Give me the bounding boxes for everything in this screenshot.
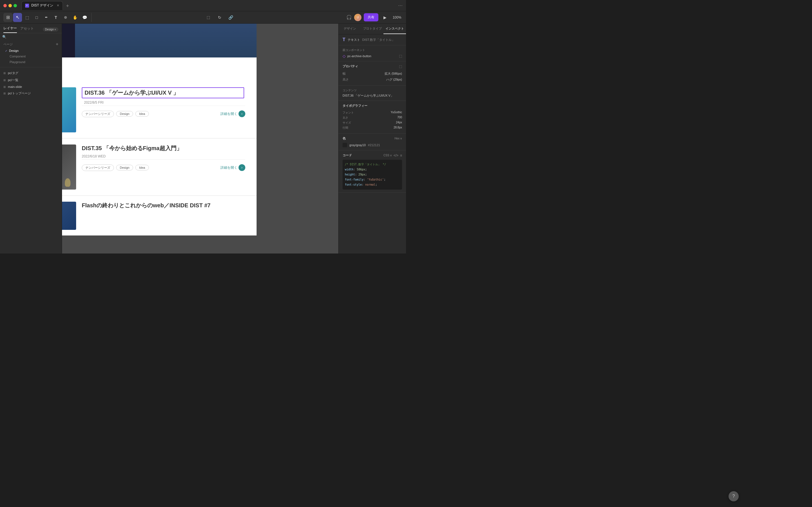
pen-tool[interactable]: ✒ <box>42 13 51 22</box>
component-settings-icon[interactable]: ⬚ <box>399 54 402 58</box>
color-label: 色 <box>343 136 346 140</box>
code-list-icon[interactable]: ≡ <box>400 154 402 158</box>
zoom-level[interactable]: 100% <box>391 15 403 19</box>
search-row: 🔍 <box>0 33 62 41</box>
add-page-icon[interactable]: + <box>56 42 58 47</box>
tool-group-center: ⬚ ↻ 🔗 <box>93 13 346 22</box>
menu-tool[interactable]: ⊞ <box>3 13 12 22</box>
select-frame-icon: ⬚ <box>207 15 210 19</box>
grid-icon-main-slide: ⊞ <box>3 86 6 89</box>
detail-button-1[interactable]: 詳細を開く › <box>220 110 245 117</box>
more-options-icon[interactable]: ⋯ <box>398 3 403 8</box>
detail-label-1: 詳細を開く <box>220 112 238 116</box>
content-text: DIST.36 「ゲームから学ぶUI/UX V」 <box>343 94 394 97</box>
tag-number-series-2[interactable]: ナンバーシリーズ <box>82 165 114 171</box>
text-tool[interactable]: T <box>51 13 60 22</box>
hand-icon: ✋ <box>73 15 78 20</box>
text-type-name: DIST.数字「タイトル」 <box>362 38 395 42</box>
shapes-icon: □ <box>36 15 38 20</box>
tab-layers[interactable]: レイヤー <box>3 26 17 33</box>
hand-tool[interactable]: ✋ <box>70 13 80 22</box>
layer-item-main-slide[interactable]: ⊞ main-slide <box>0 83 62 90</box>
tag-design-1[interactable]: Design <box>116 111 133 117</box>
select-frame-tool[interactable]: ⬚ <box>204 13 213 22</box>
typography-label: タイポグラフィー <box>343 104 402 108</box>
rotate-tool[interactable]: ↻ <box>215 13 224 22</box>
article-date-dist36: 2022/8/5 FRI <box>82 100 245 106</box>
headphone-icon[interactable]: 🎧 <box>346 15 352 20</box>
tag-design-2[interactable]: Design <box>116 165 133 170</box>
article-card-dist35[interactable]: 超入門 DIST.35 「今から始めるFigma超入門」 2022/6/18 W… <box>62 139 257 195</box>
layer-list: ⊞ pc/タグ ⊞ pc/一覧 ⊞ main-slide ⊞ pc/トップページ <box>0 68 62 253</box>
layer-pc-top-label: pc/トップページ <box>8 91 31 96</box>
active-tab[interactable]: F DIST デザイン ✕ <box>21 1 63 10</box>
canvas-area[interactable]: 流を目的とした勉強会を定期的に開催しています。 した勉強会 DIST.36 学ぶ… <box>62 24 338 253</box>
shapes-tool[interactable]: □ <box>32 13 41 22</box>
tag-idea-1[interactable]: Idea <box>135 111 149 117</box>
text-type-label: テキスト <box>348 38 360 42</box>
code-line-font-family: font-family: 'YuGothic'; <box>345 177 400 182</box>
detail-button-2[interactable]: 詳細を開く › <box>220 164 245 171</box>
article-body-dist35: DIST.35 「今から始めるFigma超入門」 2022/6/18 WED ナ… <box>82 145 245 171</box>
size-value: 24px <box>396 121 402 125</box>
tab-close-icon[interactable]: ✕ <box>57 4 59 7</box>
layer-item-pc-tag[interactable]: ⊞ pc/タグ <box>0 69 62 76</box>
article-date-dist35: 2022/6/18 WED <box>82 153 245 160</box>
color-format-selector[interactable]: Hex ∨ <box>395 137 402 140</box>
share-button[interactable]: 共有 <box>364 13 378 21</box>
detail-arrow-2: › <box>239 164 245 171</box>
article-card-flash[interactable]: Flashの終わりとこれからのweb／INSIDE DIST #7 <box>62 196 257 235</box>
move-tool[interactable]: ↖ <box>13 13 22 22</box>
article-card-dist36[interactable]: DIST.36 学ぶUI/UX V DIST.36 「ゲームから学ぶUI/UX … <box>62 82 257 138</box>
grid-icon-pc-top: ⊞ <box>3 92 6 95</box>
tool-group-right: 🎧 U 共有 ▶ 100% <box>346 13 403 22</box>
link-tool[interactable]: 🔗 <box>226 13 236 22</box>
design-badge[interactable]: Design ∨ <box>43 27 58 32</box>
pen-icon: ✒ <box>45 15 48 19</box>
new-tab-button[interactable]: + <box>63 2 71 10</box>
article-thumb-dist35: 超入門 <box>62 145 76 189</box>
layer-item-pc-list[interactable]: ⊞ pc/一覧 <box>0 76 62 83</box>
play-button[interactable]: ▶ <box>380 13 389 22</box>
color-swatch <box>343 143 347 147</box>
code-copy-icon[interactable]: </> <box>394 154 398 158</box>
right-tab-inspect[interactable]: インスペクト <box>384 24 406 34</box>
code-format-selector[interactable]: CSS ∨ <box>384 154 392 157</box>
tab-favicon: F <box>25 4 29 8</box>
parent-component-name[interactable]: pc-archive-button <box>347 54 397 58</box>
right-tab-prototype[interactable]: プロトタイプ <box>361 24 384 34</box>
code-line-height: height: 29px; <box>345 172 400 177</box>
pages-label: ページ <box>3 42 13 47</box>
tab-assets[interactable]: アセット <box>20 26 34 33</box>
tag-number-series-1[interactable]: ナンバーシリーズ <box>82 111 114 117</box>
comment-tool[interactable]: 💬 <box>80 13 89 22</box>
search-icon: 🔍 <box>2 35 6 39</box>
copy-properties-icon[interactable]: ⬚ <box>399 64 402 68</box>
article-tags-dist35: ナンバーシリーズ Design Idea 詳細を開く › <box>82 164 245 171</box>
layer-item-pc-top[interactable]: ⊞ pc/トップページ <box>0 90 62 97</box>
maximize-button[interactable] <box>13 4 17 7</box>
window-chrome: F DIST デザイン ✕ + ⋯ <box>0 0 406 11</box>
right-tab-design[interactable]: デザイン <box>339 24 361 34</box>
components-tool[interactable]: ⊛ <box>61 13 70 22</box>
minimize-button[interactable] <box>8 4 12 7</box>
page-design[interactable]: ✓ Design <box>3 48 58 54</box>
search-input[interactable] <box>8 35 59 39</box>
weight-label: 太さ <box>343 116 348 120</box>
line-height-value: 28.8px <box>394 126 402 130</box>
frame-tool[interactable]: ⬚ <box>22 13 32 22</box>
content-section: コンテンツ DIST.36 「ゲームから学ぶUI/UX V」 <box>339 86 406 101</box>
article-title-dist35: DIST.35 「今から始めるFigma超入門」 <box>82 145 245 152</box>
page-playground[interactable]: Playground <box>3 59 58 65</box>
tag-idea-2[interactable]: Idea <box>135 165 149 170</box>
typography-section: タイポグラフィー フォント YuGothic 太さ 700 サイズ 24px 行… <box>339 101 406 133</box>
article-title-dist36-selected[interactable]: DIST.36 「ゲームから学ぶUI/UX V 」 <box>82 87 244 98</box>
close-button[interactable] <box>3 4 7 7</box>
right-panel: デザイン プロトタイプ インスペクト T テキスト DIST.数字「タイトル」 … <box>338 24 406 253</box>
width-label: 幅 <box>343 71 346 76</box>
page-playground-label: Playground <box>10 60 26 64</box>
toolbar: ⊞ ↖ ⬚ □ ✒ T ⊛ ✋ 💬 ⬚ ↻ <box>0 11 406 24</box>
page-component[interactable]: Component <box>3 54 58 59</box>
comment-icon: 💬 <box>82 15 87 20</box>
avatar: U <box>354 14 361 21</box>
